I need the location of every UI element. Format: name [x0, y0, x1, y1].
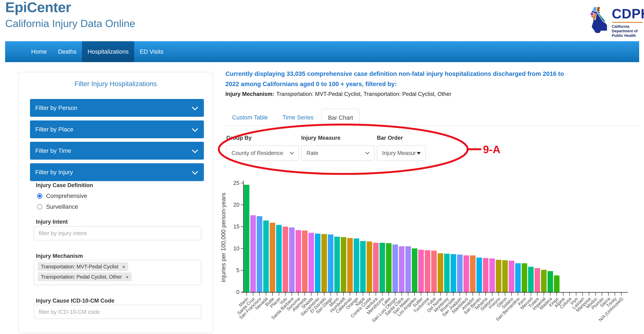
filter-summary: Injury Mechanism:Transportation: MVT-Ped…	[226, 91, 452, 97]
bar-placer[interactable]	[276, 225, 282, 292]
y-axis-label: Injuries per 100,000 person-years	[220, 193, 227, 282]
bar-butte[interactable]	[270, 223, 275, 292]
logo-org-line1: California Department of	[612, 24, 644, 33]
bar-santa-barbara[interactable]	[289, 227, 295, 292]
chevron-down-icon	[192, 168, 198, 174]
icd-code-input[interactable]	[34, 305, 201, 319]
injury-mechanism-multiselect[interactable]: Transportation: MVT-Pedal Cyclist×Transp…	[34, 260, 201, 285]
chevron-down-icon	[192, 126, 198, 132]
radio-option-comprehensive[interactable]: Comprehensive	[37, 193, 87, 199]
y-tick-label: 25	[233, 180, 240, 186]
bar-tuolumne[interactable]	[425, 250, 430, 292]
icd-code-label: Injury Cause ICD-10-CM Code	[36, 298, 114, 304]
annotation-label: 9-A	[483, 143, 500, 156]
bar-siskiyou[interactable]	[489, 258, 495, 292]
bar-alameda[interactable]	[302, 230, 308, 292]
injury-intent-input[interactable]	[34, 226, 201, 240]
remove-tag-icon[interactable]: ×	[126, 275, 128, 280]
filter-sidebar: Filter Injury Hospitalizations Filter by…	[18, 72, 213, 333]
filter-summary-label: Injury Mechanism:	[226, 91, 274, 97]
nav-item-hospitalizations[interactable]: Hospitalizations	[82, 41, 134, 62]
bar-san-luis-obispo[interactable]	[392, 245, 398, 292]
bar-del-norte[interactable]	[438, 253, 443, 292]
bar-sacramento[interactable]	[315, 234, 320, 292]
bar-sutter[interactable]	[418, 250, 424, 292]
bar-kings[interactable]	[554, 276, 560, 292]
bar-monterey[interactable]	[444, 254, 450, 292]
bar-san-mateo[interactable]	[406, 246, 411, 292]
bar-shasta[interactable]	[308, 233, 314, 292]
mechanism-tag: Transportation: Pedal Cyclist, Other×	[38, 272, 132, 281]
bar-san-francisco[interactable]	[257, 216, 262, 292]
nav-item-ed-visits[interactable]: ED Visits	[134, 41, 169, 62]
bar-ventura[interactable]	[373, 243, 379, 292]
bar-santa-clara[interactable]	[399, 246, 404, 292]
accordion-filter-by-place[interactable]: Filter by Place	[30, 120, 204, 138]
bar-kern[interactable]	[522, 263, 527, 292]
sidebar-title: Filter Injury Hospitalizations	[18, 80, 213, 88]
bar-san-bernardino[interactable]	[515, 263, 521, 292]
bar-riverside[interactable]	[450, 254, 456, 292]
bar-marin[interactable]	[244, 185, 250, 292]
tab-custom-table[interactable]: Custom Table	[232, 109, 268, 126]
tab-bar-chart[interactable]: Bar Chart	[322, 109, 360, 126]
radio-option-surveillance[interactable]: Surveillance	[37, 203, 78, 210]
y-tick-label: 5	[236, 267, 240, 273]
bar-yolo[interactable]	[283, 227, 288, 292]
logo-org-line2: Public Health	[612, 33, 644, 38]
bar-stanislaus[interactable]	[464, 255, 469, 292]
mechanism-tag: Transportation: MVT-Pedal Cyclist×	[38, 262, 128, 271]
remove-tag-icon[interactable]: ×	[122, 264, 125, 269]
nav-item-deaths[interactable]: Deaths	[52, 41, 82, 62]
cdph-logo[interactable]: CDPH California Department of Public Hea…	[587, 6, 642, 35]
bar-san-benito[interactable]	[476, 258, 482, 292]
injury-measure-select[interactable]: Rate	[301, 145, 374, 161]
control-bar-order: Bar OrderInjury Measure	[377, 135, 426, 141]
accordion-filter-by-injury[interactable]: Filter by Injury	[30, 163, 204, 181]
bar-order-select[interactable]: Injury Measure	[377, 145, 426, 161]
radio-unselected-icon[interactable]	[37, 204, 42, 209]
bar-merced[interactable]	[528, 267, 534, 292]
accordion-label: Filter by Place	[35, 120, 73, 138]
bar-fresno[interactable]	[496, 260, 501, 292]
y-tick-label: 10	[233, 245, 240, 252]
bar-lake[interactable]	[386, 243, 392, 292]
page: EpiCenter California Injury Data Online …	[0, 0, 644, 334]
bar-mono[interactable]	[334, 237, 340, 292]
accordion-filter-by-time[interactable]: Filter by Time	[30, 142, 204, 160]
nav-item-home[interactable]: Home	[26, 41, 52, 62]
accordion-filter-by-person[interactable]: Filter by Person	[30, 99, 204, 117]
bar-sonoma[interactable]	[296, 230, 301, 292]
tab-time-series[interactable]: Time Series	[282, 109, 314, 126]
bar-calaveras[interactable]	[347, 238, 353, 292]
bar-yuba[interactable]	[431, 251, 437, 292]
bar-mendocino[interactable]	[380, 243, 385, 292]
y-tick-label: 15	[233, 223, 240, 230]
radio-selected-icon[interactable]	[37, 193, 42, 199]
status-line-2: 2022 among Californians aged 0 to 100 + …	[226, 79, 564, 89]
primary-nav: HomeDeathsHospitalizationsED Visits	[5, 41, 639, 62]
status-text: Currently displaying 33,035 comprehensiv…	[226, 69, 564, 89]
bar-san-joaquin[interactable]	[457, 254, 463, 292]
bar-san-diego[interactable]	[328, 234, 334, 292]
bar-humboldt[interactable]	[341, 237, 346, 292]
bar-madera[interactable]	[548, 271, 553, 292]
bar-los-angeles[interactable]	[412, 248, 418, 292]
y-tick-label: 20	[233, 202, 240, 208]
bar-napa[interactable]	[360, 241, 366, 292]
bar-solano[interactable]	[509, 261, 514, 292]
bar-el-dorado[interactable]	[322, 234, 327, 292]
bar-contra-costa[interactable]	[367, 241, 372, 292]
select-value: County of Residence	[226, 146, 290, 161]
group-by-select[interactable]: County of Residence	[226, 145, 299, 161]
bar-glenn[interactable]	[502, 260, 508, 292]
bar-amador[interactable]	[470, 255, 476, 292]
bar-tulare[interactable]	[534, 268, 540, 292]
chevron-down-icon	[192, 147, 198, 153]
bar-nevada[interactable]	[263, 221, 269, 292]
bar-imperial[interactable]	[541, 270, 546, 292]
bar-tehama[interactable]	[483, 258, 488, 292]
dropdown-chevron-icon	[290, 150, 294, 154]
bar-orange[interactable]	[354, 238, 359, 292]
bar-santa-cruz[interactable]	[250, 215, 256, 292]
